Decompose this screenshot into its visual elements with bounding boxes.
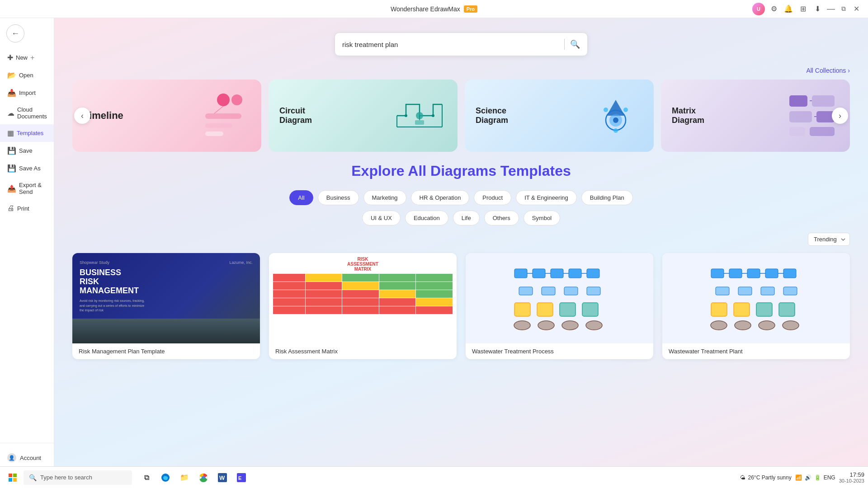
download-icon[interactable]: ⬇ [812, 4, 823, 14]
filter-it-engineering[interactable]: IT & Engineering [516, 190, 577, 205]
main-content: 🔍 All Collections › ‹ Timeline [54, 18, 868, 488]
start-button[interactable] [4, 469, 22, 487]
sidebar: ← ✚ New + 📂 Open 📥 Import [0, 18, 54, 488]
sidebar-item-open[interactable]: 📂 Open [0, 66, 54, 84]
search-bar[interactable]: 🔍 [335, 33, 588, 56]
template-card-wastewater-process[interactable]: Wastewater Treatment Process [466, 253, 653, 359]
svg-point-17 [613, 117, 618, 123]
template-card-risk-assessment[interactable]: RISKASSESSMENTMATRIX [269, 253, 457, 359]
sidebar-item-save-as[interactable]: 💾 Save As [0, 160, 54, 177]
filter-row-2: UI & UX Education Life Others Symbol [72, 211, 850, 225]
template-card-wastewater-plant[interactable]: Wastewater Treatment Plant [662, 253, 850, 359]
filter-business[interactable]: Business [318, 190, 359, 205]
minimize-button[interactable]: — [826, 5, 835, 14]
carousel-next-button[interactable]: › [832, 108, 848, 124]
filter-row-1: All Business Marketing HR & Operation Pr… [72, 190, 850, 205]
new-icon: ✚ [7, 53, 13, 62]
import-icon: 📥 [7, 89, 16, 97]
svg-rect-21 [789, 95, 807, 107]
sidebar-item-save[interactable]: 💾 Save [0, 142, 54, 160]
all-collections-link[interactable]: All Collections › [806, 67, 850, 74]
filter-education[interactable]: Education [405, 211, 448, 225]
filter-ui-ux[interactable]: UI & UX [362, 211, 401, 225]
taskbar-app-explorer[interactable]: 📁 [175, 469, 193, 487]
filter-all[interactable]: All [289, 190, 313, 205]
filter-others[interactable]: Others [484, 211, 519, 225]
app-name-text: Wondershare EdrawMax [391, 5, 460, 13]
svg-rect-38 [519, 287, 533, 295]
sidebar-item-account[interactable]: 👤 Account [0, 449, 54, 467]
restore-button[interactable]: ⧉ [839, 5, 848, 14]
svg-point-13 [432, 114, 434, 117]
sound-icon: 🔊 [805, 474, 811, 481]
filter-hr-operation[interactable]: HR & Operation [411, 190, 470, 205]
taskbar-app-chrome[interactable] [194, 469, 212, 487]
sidebar-item-import[interactable]: 📥 Import [0, 84, 54, 102]
svg-point-48 [562, 321, 578, 330]
filter-life[interactable]: Life [453, 211, 480, 225]
template-card-risk-management[interactable]: Shopwear StudyLazume, Inc. BUSINESS RISK… [72, 253, 260, 359]
search-input[interactable] [342, 41, 559, 48]
filter-marketing[interactable]: Marketing [363, 190, 406, 205]
carousel-card-matrix[interactable]: MatrixDiagram [661, 80, 850, 152]
sidebar-item-export[interactable]: 📤 Export & Send [0, 177, 54, 200]
bell-icon[interactable]: 🔔 [783, 4, 794, 14]
export-icon: 📤 [7, 184, 16, 193]
wastewater-process-image [466, 253, 653, 343]
taskbar-app-edrawmax[interactable]: E [232, 469, 250, 487]
sidebar-item-new[interactable]: ✚ New + [0, 49, 54, 66]
taskbar-app-task-view[interactable]: ⧉ [137, 469, 156, 487]
wastewater-plant-label: Wastewater Treatment Plant [662, 343, 850, 359]
filter-symbol[interactable]: Symbol [524, 211, 560, 225]
taskbar-app-word[interactable]: W [213, 469, 231, 487]
svg-rect-23 [789, 111, 812, 122]
close-button[interactable]: ✕ [852, 5, 861, 14]
sort-select[interactable]: Trending Newest Popular [808, 233, 850, 246]
templates-label: Templates [17, 130, 43, 136]
svg-rect-61 [761, 287, 774, 295]
svg-rect-63 [711, 303, 727, 316]
search-button[interactable]: 🔍 [570, 39, 580, 49]
carousel-card-science[interactable]: ScienceDiagram [465, 80, 654, 152]
taskbar-notifications: 📶 🔊 🔋 ENG [795, 474, 835, 481]
svg-rect-22 [812, 95, 835, 107]
battery-icon: 🔋 [814, 474, 821, 481]
svg-point-20 [613, 128, 618, 133]
filter-product[interactable]: Product [474, 190, 511, 205]
risk-management-image: Shopwear StudyLazume, Inc. BUSINESS RISK… [72, 253, 260, 343]
sidebar-item-print[interactable]: 🖨 Print [0, 200, 54, 217]
circuit-label: CircuitDiagram [279, 106, 392, 125]
svg-rect-74 [13, 478, 17, 482]
taskbar-time-display: 17:59 [839, 471, 864, 478]
user-avatar[interactable]: U [752, 3, 765, 15]
svg-rect-53 [765, 269, 778, 278]
risk-management-label: Risk Management Plan Template [72, 343, 260, 359]
svg-point-70 [783, 321, 799, 330]
svg-point-47 [538, 321, 554, 330]
sidebar-item-templates[interactable]: ▦ Templates [0, 124, 54, 142]
science-image [589, 89, 643, 143]
taskbar-time[interactable]: 17:59 30-10-2023 [839, 471, 864, 483]
carousel-track: Timeline [72, 80, 850, 152]
filter-building-plan[interactable]: Building Plan [581, 190, 633, 205]
grid-icon[interactable]: ⊞ [797, 4, 808, 14]
science-label: ScienceDiagram [476, 106, 589, 125]
back-button[interactable]: ← [4, 22, 27, 45]
sort-row: Trending Newest Popular [72, 233, 850, 246]
svg-rect-39 [542, 287, 555, 295]
svg-marker-14 [607, 100, 625, 116]
carousel-card-timeline[interactable]: Timeline [72, 80, 261, 152]
taskbar-search[interactable]: 🔍 Type here to search [24, 470, 132, 485]
svg-rect-29 [514, 269, 527, 278]
carousel-card-circuit[interactable]: CircuitDiagram [269, 80, 458, 152]
svg-point-0 [217, 94, 230, 106]
sidebar-item-cloud[interactable]: ☁ Cloud Documents [0, 102, 54, 124]
risk-assessment-label: Risk Assessment Matrix [269, 343, 457, 359]
taskbar-app-edge[interactable] [156, 469, 175, 487]
taskbar: 🔍 Type here to search ⧉ 📁 W E 🌤 26°C Par… [0, 466, 868, 488]
carousel-prev-button[interactable]: ‹ [74, 108, 90, 124]
svg-rect-44 [560, 303, 576, 316]
settings-icon[interactable]: ⚙ [769, 4, 779, 14]
svg-rect-3 [205, 123, 232, 128]
svg-rect-32 [569, 269, 581, 278]
